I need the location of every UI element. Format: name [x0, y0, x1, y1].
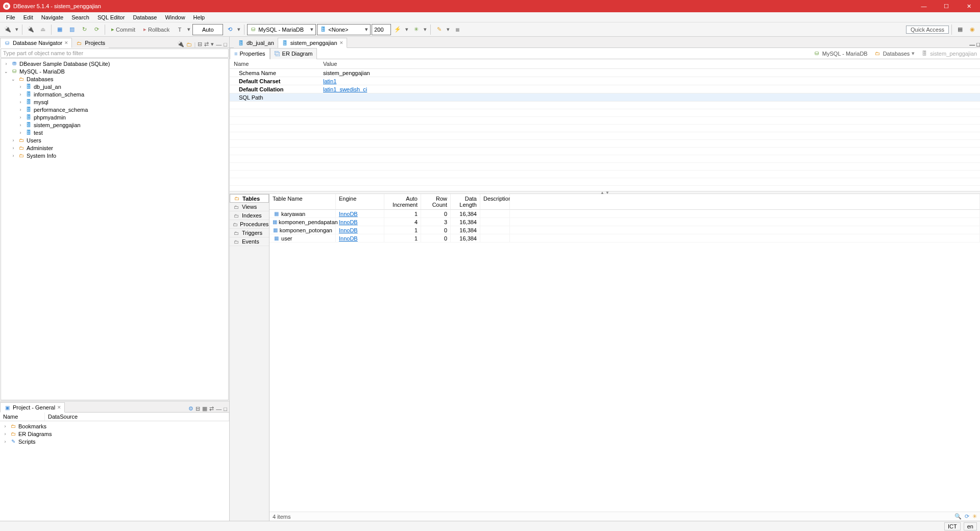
new-connection-dropdown[interactable]: ▾: [14, 26, 19, 33]
refresh-icon[interactable]: ⟲: [224, 24, 235, 35]
status-timezone[interactable]: ICT: [944, 522, 961, 530]
detail-row-3-dl[interactable]: 16,384: [451, 234, 480, 243]
maximize-button[interactable]: ☐: [935, 0, 958, 12]
subtab-er-diagram[interactable]: ⿻ ER Diagram: [270, 48, 317, 59]
link-editor-icon[interactable]: ⇄: [204, 41, 209, 47]
detail-row-1-ai[interactable]: 4: [384, 218, 421, 226]
prop-header-name[interactable]: Name: [230, 59, 319, 69]
footer-revert-icon[interactable]: ✳: [972, 513, 977, 520]
detail-row-3-name[interactable]: ▦ user: [270, 234, 336, 243]
execute-icon[interactable]: ⟳: [91, 24, 102, 35]
nav-filter-input[interactable]: Type part of object name to filter: [1, 49, 229, 58]
detail-row-2-dl[interactable]: 16,384: [451, 226, 480, 234]
tree-node-administer[interactable]: ›🗀Administer: [3, 144, 226, 152]
rollback-button[interactable]: ▸ Rollback: [140, 24, 173, 35]
project-item-er[interactable]: ›🗀ER Diagrams: [2, 430, 227, 438]
minimize-view-icon[interactable]: —: [216, 41, 222, 47]
detail-hdr-engine[interactable]: Engine: [336, 194, 384, 210]
prop-row-1-value[interactable]: latin1: [319, 77, 980, 85]
editor-max-icon[interactable]: □: [976, 41, 980, 47]
tab-close-icon[interactable]: ✕: [339, 40, 344, 45]
prop-header-value[interactable]: Value: [319, 59, 980, 69]
tool-gear-icon[interactable]: ✳: [410, 24, 422, 35]
tree-node-users[interactable]: ›🗀Users: [3, 136, 226, 144]
prop-row-3-value[interactable]: [319, 93, 980, 102]
detail-row-1-rc[interactable]: 3: [421, 218, 451, 226]
project-link-icon[interactable]: ⇄: [209, 405, 214, 412]
project-config-icon[interactable]: ⚙: [188, 405, 193, 412]
tree-node-db-5[interactable]: ›🗄sistem_penggajian: [3, 121, 226, 129]
tab-database-navigator[interactable]: ⛁ Database Navigator ✕: [0, 38, 72, 48]
detail-row-2-rc[interactable]: 0: [421, 226, 451, 234]
new-folder-icon[interactable]: 🗀: [186, 41, 192, 47]
detail-row-3-ai[interactable]: 1: [384, 234, 421, 243]
project-col-name[interactable]: Name: [0, 413, 45, 421]
tx-log-icon[interactable]: T: [174, 24, 185, 35]
detail-row-2-ai[interactable]: 1: [384, 226, 421, 234]
detail-row-3-desc[interactable]: [480, 234, 510, 243]
tool-gear-dropdown[interactable]: ▾: [423, 26, 428, 33]
menu-sql-editor[interactable]: SQL Editor: [93, 13, 129, 21]
tab-pin-icon[interactable]: ✕: [64, 40, 68, 45]
limit-config-icon[interactable]: ⚡: [392, 24, 403, 35]
prop-row-0-value[interactable]: sistem_penggajian: [319, 69, 980, 77]
tree-node-databases[interactable]: ⌄🗀Databases: [3, 75, 226, 83]
detail-row-0-name[interactable]: ▦ karyawan: [270, 210, 336, 218]
prop-row-2-value[interactable]: latin1_swedish_ci: [319, 85, 980, 93]
tree-node-db-2[interactable]: ›🗄mysql: [3, 98, 226, 106]
detail-hdr-name[interactable]: Table Name: [270, 194, 336, 210]
limit-config-dropdown[interactable]: ▾: [404, 26, 409, 33]
detail-cat-events[interactable]: 🗀Events: [230, 237, 269, 246]
connect-icon[interactable]: 🔌: [25, 24, 36, 35]
tree-node-system-info[interactable]: ›🗀System Info: [3, 152, 226, 159]
quick-access-button[interactable]: Quick Access: [906, 26, 949, 34]
detail-row-1-desc[interactable]: [480, 218, 510, 226]
edit-dropdown[interactable]: ▾: [446, 26, 451, 33]
menu-edit[interactable]: Edit: [19, 13, 37, 21]
edit-icon[interactable]: ✎: [433, 24, 445, 35]
limit-input[interactable]: 200: [372, 24, 391, 35]
project-collapse-icon[interactable]: ⊟: [195, 405, 200, 412]
tab-project-general[interactable]: ▣ Project - General ✕: [0, 402, 65, 413]
tab-close-icon[interactable]: ✕: [57, 405, 61, 410]
prop-row-1-name[interactable]: Default Charset: [230, 77, 319, 85]
detail-row-2-engine[interactable]: InnoDB: [336, 226, 384, 234]
detail-row-0-engine[interactable]: InnoDB: [336, 210, 384, 218]
menu-window[interactable]: Window: [161, 13, 189, 21]
auto-commit-combo[interactable]: Auto: [192, 24, 223, 35]
collapse-icon[interactable]: ⊟: [198, 41, 202, 47]
menu-navigate[interactable]: Navigate: [37, 13, 67, 21]
detail-row-2-name[interactable]: ▦ komponen_potongan: [270, 226, 336, 234]
tab-editor-1[interactable]: 🗄 sistem_penggajian ✕: [278, 38, 347, 48]
subtab-properties[interactable]: ≡ Properties: [230, 48, 270, 59]
tree-node-db-0[interactable]: ›🗄db_jual_an: [3, 83, 226, 90]
prop-row-0-name[interactable]: Schema Name: [230, 69, 319, 77]
open-recent-icon[interactable]: ↻: [79, 24, 90, 35]
close-button[interactable]: ✕: [958, 0, 980, 12]
connection-combo[interactable]: ⛁ MySQL - MariaDB▾: [247, 24, 316, 35]
tree-node-db-6[interactable]: ›🗄test: [3, 129, 226, 136]
perspective-default-icon[interactable]: ▦: [954, 24, 966, 35]
tree-node-db-4[interactable]: ›🗄phpmyadmin: [3, 113, 226, 121]
menu-help[interactable]: Help: [189, 13, 209, 21]
tab-editor-0[interactable]: 🗄 db_jual_an: [234, 38, 278, 48]
maximize-view-icon[interactable]: □: [224, 41, 227, 47]
prop-row-3-name[interactable]: SQL Path: [230, 93, 319, 102]
detail-row-1-name[interactable]: ▦ komponen_pendapatan: [270, 218, 336, 226]
tree-node-sample-db[interactable]: ›⛃DBeaver Sample Database (SQLite): [3, 60, 226, 67]
view-menu-icon[interactable]: ▾: [211, 41, 214, 47]
project-tree[interactable]: ›🗀Bookmarks ›🗀ER Diagrams ›✎Scripts: [0, 421, 229, 521]
project-item-bookmarks[interactable]: ›🗀Bookmarks: [2, 422, 227, 430]
footer-save-icon[interactable]: ⟳: [965, 513, 969, 520]
detail-row-1-dl[interactable]: 16,384: [451, 218, 480, 226]
disconnect-icon[interactable]: ⏏: [37, 24, 48, 35]
project-min-icon[interactable]: —: [216, 406, 222, 412]
menu-search[interactable]: Search: [67, 13, 93, 21]
detail-hdr-ai[interactable]: Auto Increment: [384, 194, 421, 210]
detail-row-2-desc[interactable]: [480, 226, 510, 234]
database-combo[interactable]: 🗄 <None>▾: [317, 24, 371, 35]
detail-hdr-desc[interactable]: Description: [480, 194, 510, 210]
detail-row-3-engine[interactable]: InnoDB: [336, 234, 384, 243]
new-connection-icon[interactable]: 🔌: [2, 24, 13, 35]
detail-row-3-rc[interactable]: 0: [421, 234, 451, 243]
